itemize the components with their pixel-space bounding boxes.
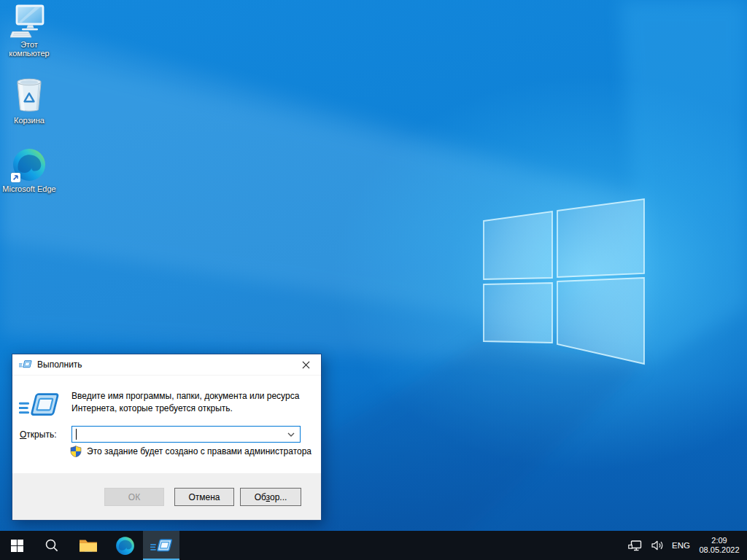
volume-icon[interactable] [651,540,665,551]
desktop-icon-microsoft-edge[interactable]: Microsoft Edge [1,147,57,194]
shortcut-arrow-icon [11,173,20,182]
admin-note-row: Это задание будет создано с правами адми… [70,446,311,457]
file-explorer-icon [79,538,98,553]
desktop-icon-label: Корзина [14,117,44,125]
this-pc-icon [10,4,48,38]
windows-start-icon [11,540,23,552]
run-dialog-titlebar[interactable]: Выполнить [12,354,321,376]
desktop-icon-label: Этот компьютер [2,41,56,58]
edge-icon [12,147,47,182]
close-icon [302,361,310,369]
run-dialog-body: Введите имя программы, папки, документа … [12,376,321,473]
open-label: Открыть: [20,429,56,440]
desktop-icon-this-pc[interactable]: Этот компьютер [1,4,57,58]
chevron-down-icon[interactable] [287,432,295,437]
cancel-button[interactable]: Отмена [174,488,234,506]
dialog-description: Введите имя программы, папки, документа … [71,390,320,414]
run-icon [150,537,173,554]
network-icon[interactable] [628,540,643,552]
taskbar: ENG 2:09 08.05.2022 [0,531,747,560]
desktop-icon-label: Microsoft Edge [2,185,55,194]
open-input[interactable] [72,427,300,442]
run-icon [19,359,32,370]
close-button[interactable] [290,354,321,375]
search-icon [44,538,59,553]
desktop-icon-recycle-bin[interactable]: Корзина [1,76,57,125]
recycle-bin-icon [12,76,47,114]
clock-date: 08.05.2022 [699,545,739,555]
description-line-2: Интернета, которые требуется открыть. [71,402,320,415]
language-indicator[interactable]: ENG [672,541,690,550]
ok-button[interactable]: ОК [104,488,164,506]
system-tray: ENG 2:09 08.05.2022 [628,531,747,560]
clock-time: 2:09 [711,536,727,545]
taskbar-edge-button[interactable] [107,531,143,560]
run-icon-large [19,390,60,421]
run-dialog-footer: ОК Отмена Обзор... [12,473,321,520]
edge-icon [115,536,135,556]
taskbar-file-explorer-button[interactable] [70,531,107,560]
taskbar-clock[interactable]: 2:09 08.05.2022 [697,536,741,555]
start-button[interactable] [0,531,34,560]
browse-button[interactable]: Обзор... [240,488,301,506]
admin-note: Это задание будет создано с правами адми… [87,446,311,456]
open-combobox[interactable] [71,426,301,443]
uac-shield-icon [70,446,82,457]
description-line-1: Введите имя программы, папки, документа … [71,390,320,402]
taskbar-search-button[interactable] [34,531,70,560]
dialog-title: Выполнить [37,359,82,370]
run-dialog-window: Выполнить Введите имя программы, папки, … [12,354,322,521]
taskbar-run-button[interactable] [143,531,179,560]
